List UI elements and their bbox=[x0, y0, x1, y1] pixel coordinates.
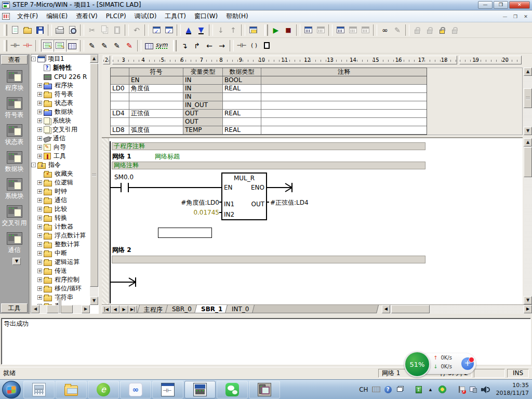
table-cell[interactable]: IN bbox=[183, 76, 223, 85]
chart-status-icon[interactable] bbox=[334, 24, 347, 36]
tree-scrollbar-thumb[interactable] bbox=[90, 63, 98, 287]
symbol-table-row[interactable]: IN bbox=[111, 93, 427, 101]
tree-expand-box[interactable]: + bbox=[37, 189, 42, 194]
nav-data-block[interactable]: 数据块 bbox=[0, 151, 29, 174]
editor-scroll-left-arrow[interactable]: ◀ bbox=[382, 305, 390, 313]
table-cell[interactable] bbox=[129, 93, 183, 101]
tree-compare[interactable]: +比较 bbox=[31, 205, 90, 214]
minimize-button[interactable]: — bbox=[478, 1, 493, 9]
nav-system-block[interactable]: 系统块 bbox=[0, 178, 29, 201]
view-symbol-info-table-button[interactable] bbox=[66, 39, 78, 52]
selection-cursor-box[interactable] bbox=[158, 228, 212, 238]
table-cell[interactable]: OUT bbox=[183, 118, 223, 126]
mdi-minimize-button[interactable]: — bbox=[500, 12, 510, 21]
tree-expand-box[interactable]: + bbox=[37, 145, 42, 150]
line-left-icon[interactable]: ← bbox=[203, 39, 216, 52]
print-preview-icon[interactable] bbox=[66, 24, 78, 36]
volume-icon[interactable] bbox=[481, 386, 489, 393]
sort-descending-icon[interactable]: ↑ bbox=[227, 24, 240, 36]
restore-button[interactable]: ❐ bbox=[494, 1, 508, 9]
table-cell[interactable]: EN bbox=[129, 76, 183, 85]
close-button[interactable]: ✕ bbox=[509, 1, 530, 9]
menu-file[interactable]: 文件(F) bbox=[13, 11, 42, 21]
unforce-all-icon[interactable] bbox=[448, 24, 461, 36]
menu-help[interactable]: 帮助(H) bbox=[222, 11, 252, 21]
mdi-close-button[interactable]: ✕ bbox=[521, 12, 531, 21]
table-cell[interactable]: BOOL bbox=[223, 76, 261, 85]
pou-comment-bar[interactable]: 子程序注释 bbox=[112, 142, 425, 150]
bookmark-glasses-icon[interactable]: ∞ bbox=[379, 24, 391, 36]
contact-operand[interactable]: SM0.0 bbox=[114, 174, 134, 181]
tree-data-block[interactable]: +数据块 bbox=[31, 108, 90, 116]
tree-horizontal-scrollbar[interactable]: ◀ ▶ bbox=[31, 305, 90, 313]
table-cell[interactable]: IN bbox=[183, 85, 223, 93]
tree-convert[interactable]: +转换 bbox=[31, 214, 90, 222]
line-down-icon[interactable]: ↴ bbox=[178, 39, 191, 52]
print-icon[interactable] bbox=[54, 24, 66, 36]
symbol-table-row[interactable]: OUT bbox=[111, 118, 427, 126]
table-cell[interactable] bbox=[111, 76, 129, 85]
run-icon[interactable]: ▶ bbox=[270, 24, 282, 36]
taskbar-baidu-netdisk[interactable]: ∞ bbox=[120, 381, 151, 398]
tree-expand-box[interactable]: + bbox=[37, 83, 42, 88]
table-cell[interactable]: REAL bbox=[223, 110, 261, 118]
menu-plc[interactable]: PLC(P) bbox=[102, 11, 130, 21]
mdi-document-icon[interactable] bbox=[2, 13, 10, 20]
tree-expand-box[interactable]: + bbox=[37, 118, 42, 123]
table-cell[interactable] bbox=[111, 93, 129, 101]
delete-network-icon[interactable]: ⊣⊢ bbox=[21, 39, 34, 52]
table-cell[interactable]: OUT bbox=[183, 110, 223, 118]
symbolic-addressing-icon[interactable]: sym bbox=[155, 39, 168, 52]
network2-label[interactable]: 网络 2 bbox=[112, 246, 131, 255]
tree-project-root[interactable]: -项目1 bbox=[31, 55, 90, 63]
tree-scroll-right-arrow[interactable]: ▶ bbox=[82, 305, 90, 313]
mdi-restore-button[interactable]: ❐ bbox=[510, 12, 521, 21]
tree-expand-box[interactable]: + bbox=[37, 251, 42, 256]
stop-icon[interactable]: ■ bbox=[282, 24, 295, 36]
view-network-comments-button[interactable] bbox=[54, 39, 66, 52]
tree-clock[interactable]: +时钟 bbox=[31, 187, 90, 196]
tree-scroll-left-arrow[interactable]: ◀ bbox=[31, 305, 39, 313]
editor-hscrollbar-thumb[interactable] bbox=[391, 305, 430, 313]
upload-icon[interactable]: ▲ bbox=[182, 24, 195, 36]
open-project-icon[interactable] bbox=[21, 24, 34, 36]
first-tab-button[interactable]: |◀ bbox=[102, 305, 111, 313]
tree-communication[interactable]: +通信 bbox=[31, 196, 90, 205]
tab-sbr1[interactable]: SBR_1 bbox=[194, 305, 229, 313]
save-project-icon[interactable] bbox=[34, 24, 46, 36]
symbol-table-row[interactable]: LD8弧度值TEMPREAL bbox=[111, 126, 427, 135]
nav-program-block[interactable]: 程序块 bbox=[0, 70, 29, 92]
table-scroll-up-arrow[interactable]: ▲ bbox=[524, 68, 532, 76]
network2-comment-bar[interactable] bbox=[112, 256, 425, 263]
tree-vertical-scrollbar[interactable]: ▲ ▼ bbox=[90, 55, 98, 305]
tree-cpu[interactable]: CPU 226 R bbox=[31, 72, 90, 81]
tree-communications[interactable]: +通信 bbox=[31, 134, 90, 143]
tree-interrupt[interactable]: +中断 bbox=[31, 249, 90, 258]
usb-device-icon[interactable]: ↥ bbox=[416, 386, 422, 393]
insert-network-icon[interactable]: ⊣⊢ bbox=[9, 39, 21, 52]
hidden-icons-arrow[interactable]: ▴ bbox=[427, 386, 435, 393]
tab-sbr0[interactable]: SBR_0 bbox=[165, 305, 198, 313]
mul-r-block[interactable]: MUL_R EN ENO IN1 IN2 OUT bbox=[221, 172, 267, 220]
tree-tools[interactable]: +工具 bbox=[31, 152, 90, 161]
tree-scroll-down-arrow[interactable]: ▼ bbox=[90, 297, 98, 305]
tree-program-block[interactable]: +程序块 bbox=[31, 81, 90, 90]
tree-cross-reference[interactable]: +交叉引用 bbox=[31, 125, 90, 134]
prev-tab-button[interactable]: ◀ bbox=[111, 305, 119, 313]
pause-chart-status-icon[interactable] bbox=[347, 24, 359, 36]
tree-expand-box[interactable]: + bbox=[37, 110, 42, 114]
ladder-vertical-scrollbar[interactable]: ▲ ▼ bbox=[524, 138, 532, 304]
language-indicator[interactable]: CH bbox=[359, 386, 368, 393]
force-pen-icon[interactable]: ✎ bbox=[391, 24, 404, 36]
tree-expand-box[interactable]: - bbox=[31, 57, 36, 61]
table-vertical-scrollbar[interactable]: ▲ ▼ bbox=[524, 68, 532, 135]
nav-symbol-table[interactable]: 符号表 bbox=[0, 97, 29, 119]
apply-symbol-table-icon[interactable] bbox=[143, 39, 155, 52]
tree-expand-box[interactable]: + bbox=[37, 92, 42, 97]
insert-contact-icon[interactable]: ⊣⊢ bbox=[235, 39, 248, 52]
delete-horizontal-line-icon[interactable]: ✎ bbox=[123, 39, 136, 52]
table-cell[interactable]: REAL bbox=[223, 85, 261, 93]
ladder-scroll-up-arrow[interactable]: ▲ bbox=[524, 138, 532, 147]
tree-expand-box[interactable]: + bbox=[37, 207, 42, 211]
tab-int0[interactable]: INT_0 bbox=[225, 305, 256, 313]
